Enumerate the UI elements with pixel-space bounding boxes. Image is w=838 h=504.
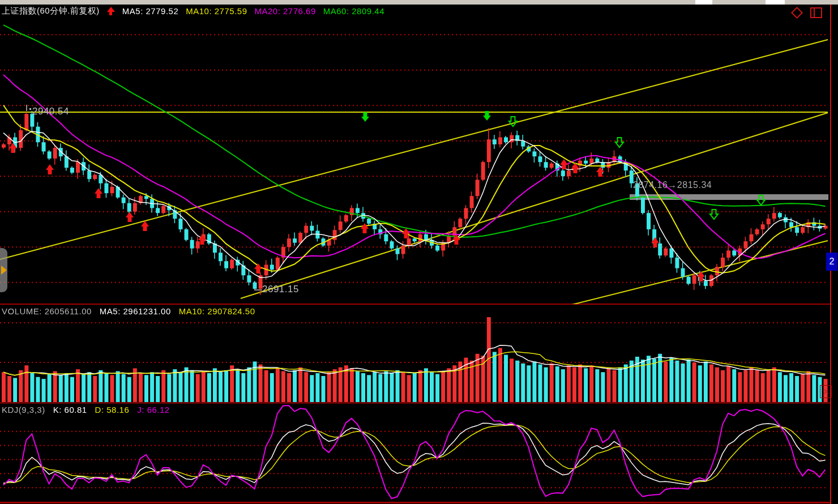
- symbol-title: 上证指数(60分钟.前复权): [2, 6, 100, 16]
- split-pane-icon[interactable]: [810, 7, 822, 18]
- top-strip-tick: [695, 0, 712, 5]
- chart-canvas[interactable]: [0, 0, 838, 504]
- kdj-j-value: J: 66.12: [137, 405, 169, 415]
- expand-arrow-icon: [1, 266, 7, 275]
- ma60-value: MA60: 2809.44: [323, 6, 384, 16]
- volume-ma10-value: MA10: 2907824.50: [179, 306, 255, 316]
- ma20-value: MA20: 2776.69: [255, 6, 316, 16]
- volume-value: VOLUME: 2605611.00: [2, 306, 92, 316]
- volume-pane-header: VOLUME: 2605611.00 MA5: 2961231.00 MA10:…: [2, 306, 255, 316]
- ma5-value: MA5: 2779.52: [122, 6, 178, 16]
- kdj-label: KDJ(9,3,3): [2, 405, 45, 415]
- kdj-d-value: D: 58.16: [95, 405, 130, 415]
- top-strip-tick: [766, 0, 785, 5]
- volume-ma5-value: MA5: 2961231.00: [100, 306, 171, 316]
- kdj-pane-header: KDJ(9,3,3) K: 60.81 D: 58.16 J: 66.12: [2, 405, 170, 415]
- main-chart-header: 上证指数(60分钟.前复权) MA5: 2779.52 MA10: 2775.5…: [2, 6, 384, 16]
- indicator-close-button[interactable]: X: [820, 385, 832, 398]
- price-axis-tag: 2: [826, 253, 837, 271]
- peak-price-label: 2940.54: [32, 106, 69, 117]
- range-price-label: 2874.16→2815.34: [633, 180, 712, 190]
- up-arrow-icon: [107, 7, 115, 15]
- kdj-k-value: K: 60.81: [53, 405, 87, 415]
- window-top-strip: [0, 0, 838, 5]
- ma10-value: MA10: 2775.59: [186, 6, 247, 16]
- side-panel-expander[interactable]: [0, 248, 7, 292]
- low-price-label: 2691.15: [262, 284, 299, 295]
- trading-app-window: 上证指数(60分钟.前复权) MA5: 2779.52 MA10: 2775.5…: [0, 0, 838, 504]
